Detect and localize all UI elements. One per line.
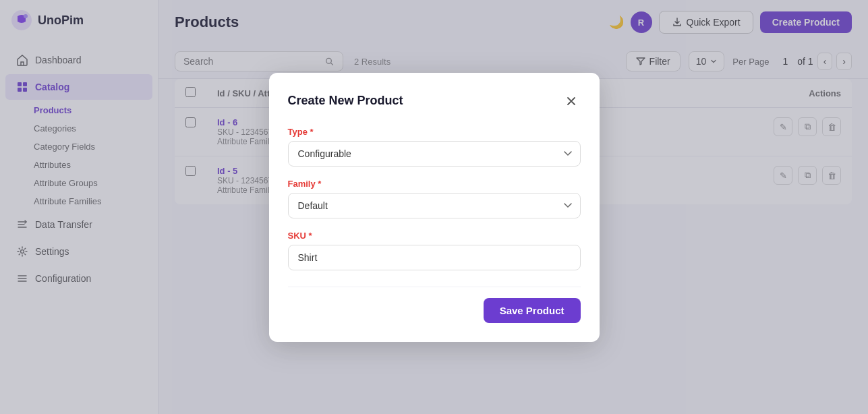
modal-close-button[interactable] [562,92,581,111]
family-field-group: Family * Default [288,179,581,218]
family-label: Family * [288,179,581,189]
modal-footer: Save Product [288,287,581,323]
modal-header: Create New Product [288,92,581,111]
create-product-modal: Create New Product Type * Configurable S… [269,73,600,342]
sku-input[interactable] [288,245,581,270]
save-product-button[interactable]: Save Product [484,298,581,323]
sku-field-group: SKU * [288,231,581,270]
family-select[interactable]: Default [288,193,581,218]
type-label: Type * [288,127,581,137]
modal-overlay[interactable]: Create New Product Type * Configurable S… [0,0,868,414]
close-icon [565,95,577,107]
modal-title: Create New Product [288,94,403,108]
type-select[interactable]: Configurable Simple [288,141,581,167]
sku-label: SKU * [288,231,581,241]
type-field-group: Type * Configurable Simple [288,127,581,167]
